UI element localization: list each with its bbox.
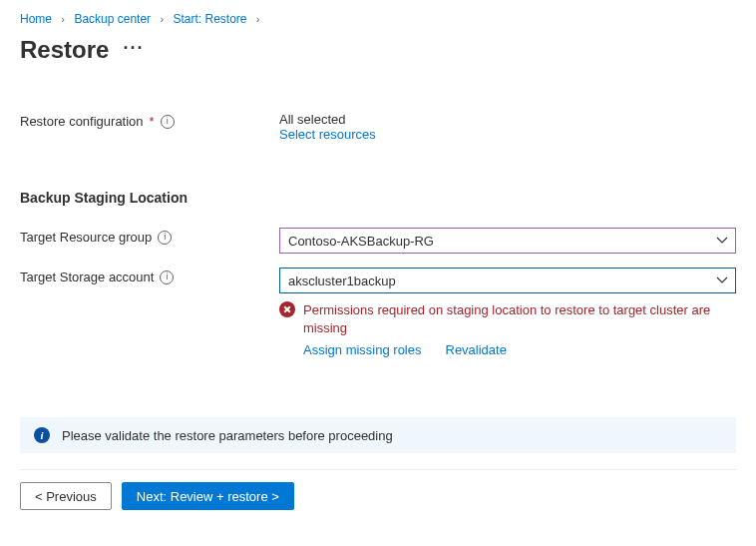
assign-missing-roles-link[interactable]: Assign missing roles: [303, 342, 422, 357]
chevron-right-icon: ›: [55, 13, 71, 25]
wizard-footer: < Previous Next: Review + restore >: [20, 469, 736, 510]
select-resources-link[interactable]: Select resources: [279, 127, 376, 142]
permissions-error-text: Permissions required on staging location…: [303, 301, 736, 336]
chevron-right-icon: ›: [250, 13, 266, 25]
info-icon[interactable]: i: [160, 271, 174, 284]
target-storage-account-value: akscluster1backup: [288, 273, 396, 288]
target-storage-account-row: Target Storage account i akscluster1back…: [20, 268, 736, 357]
target-resource-group-row: Target Resource group i Contoso-AKSBacku…: [20, 228, 736, 254]
target-resource-group-value: Contoso-AKSBackup-RG: [288, 234, 434, 249]
breadcrumb: Home › Backup center › Start: Restore ›: [20, 8, 736, 26]
required-indicator: *: [150, 114, 155, 129]
target-resource-group-select[interactable]: Contoso-AKSBackup-RG: [279, 228, 736, 254]
breadcrumb-home[interactable]: Home: [20, 12, 52, 26]
info-icon[interactable]: i: [158, 231, 172, 245]
more-icon[interactable]: ···: [123, 39, 144, 57]
next-review-restore-button[interactable]: Next: Review + restore >: [122, 482, 294, 510]
info-icon: i: [34, 427, 50, 443]
restore-configuration-label: Restore configuration: [20, 114, 144, 129]
previous-button[interactable]: < Previous: [20, 482, 112, 510]
info-icon[interactable]: i: [161, 115, 175, 129]
backup-staging-location-heading: Backup Staging Location: [20, 190, 736, 206]
validation-notice-text: Please validate the restore parameters b…: [62, 428, 393, 443]
error-icon: [279, 301, 295, 317]
chevron-right-icon: ›: [154, 13, 170, 25]
target-storage-account-label: Target Storage account: [20, 270, 154, 284]
restore-configuration-value: All selected: [279, 112, 736, 127]
validation-notice: i Please validate the restore parameters…: [20, 417, 736, 453]
target-storage-account-select[interactable]: akscluster1backup: [279, 268, 736, 293]
revalidate-link[interactable]: Revalidate: [446, 342, 507, 357]
breadcrumb-start-restore[interactable]: Start: Restore: [173, 12, 246, 26]
restore-configuration-row: Restore configuration * i All selected S…: [20, 112, 736, 142]
breadcrumb-backup-center[interactable]: Backup center: [74, 12, 151, 26]
target-resource-group-label: Target Resource group: [20, 230, 152, 245]
page-title: Restore: [20, 36, 109, 64]
